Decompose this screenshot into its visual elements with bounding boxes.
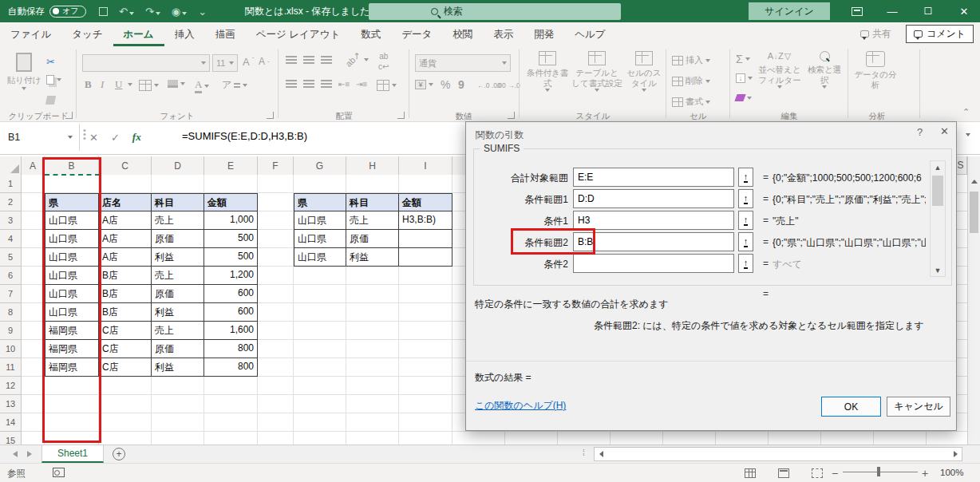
- field-input-criteria1[interactable]: [573, 211, 734, 230]
- cell-I1[interactable]: [399, 175, 452, 193]
- italic-button[interactable]: I: [101, 78, 104, 91]
- decrease-font-button[interactable]: Aˇ: [259, 56, 270, 67]
- row-header-8[interactable]: 8: [0, 303, 22, 322]
- cell-styles-button[interactable]: セルのスタイル: [624, 51, 664, 92]
- cell-A9[interactable]: [22, 322, 45, 340]
- tab-home[interactable]: ホーム: [113, 22, 164, 46]
- cell-G11[interactable]: [294, 358, 346, 377]
- ok-button[interactable]: OK: [821, 397, 881, 417]
- tab-file[interactable]: ファイル: [0, 22, 61, 46]
- row-header-7[interactable]: 7: [0, 285, 22, 303]
- delete-cells-button[interactable]: 削除: [672, 75, 710, 87]
- cell-I11[interactable]: [399, 358, 452, 377]
- cell-D1[interactable]: [152, 175, 204, 193]
- cell-H5[interactable]: 利益: [346, 248, 399, 267]
- cell-D3[interactable]: 売上: [152, 211, 204, 230]
- cell-G7[interactable]: [294, 285, 346, 303]
- scroll-left-icon[interactable]: [595, 448, 607, 460]
- comma-style-button[interactable]: 9: [458, 78, 464, 91]
- cell-E7[interactable]: 600: [204, 285, 258, 303]
- cell-A8[interactable]: [22, 303, 45, 322]
- cell-E2[interactable]: 金額: [204, 193, 258, 211]
- cell-D15[interactable]: [152, 432, 204, 444]
- cut-button[interactable]: ✂: [46, 56, 55, 68]
- font-color-button[interactable]: A: [195, 78, 209, 93]
- cell-H8[interactable]: [346, 303, 399, 322]
- tab-scrollbar-splitter[interactable]: ⁞: [583, 448, 586, 457]
- column-header-C[interactable]: C: [99, 156, 152, 175]
- qat-overflow-icon[interactable]: ⌄: [198, 6, 207, 17]
- dialog-help-icon[interactable]: ?: [917, 126, 923, 138]
- align-top-icon[interactable]: [286, 54, 297, 65]
- cell-I4[interactable]: [399, 230, 452, 248]
- cell-C4[interactable]: A店: [99, 230, 152, 248]
- cell-E8[interactable]: 600: [204, 303, 258, 322]
- cell-H4[interactable]: 原価: [346, 230, 399, 248]
- underline-chevron[interactable]: [128, 83, 132, 86]
- cell-F6[interactable]: [258, 267, 294, 285]
- orientation-button[interactable]: ab↗: [345, 54, 369, 65]
- tab-review[interactable]: 校閲: [442, 22, 483, 46]
- cell-H3[interactable]: 売上: [346, 211, 399, 230]
- row-header-11[interactable]: 11: [0, 358, 22, 377]
- cell-A5[interactable]: [22, 248, 45, 267]
- row-header-15[interactable]: 15: [0, 432, 22, 444]
- tab-help[interactable]: ヘルプ: [564, 22, 615, 46]
- autosave-toggle[interactable]: 自動保存 オフ: [8, 6, 86, 18]
- vertical-align-buttons[interactable]: [286, 54, 332, 65]
- find-select-button[interactable]: 検索と選択: [804, 51, 844, 89]
- cell-H1[interactable]: [346, 175, 399, 193]
- search-input[interactable]: 検索: [369, 3, 621, 20]
- row-header-12[interactable]: 12: [0, 377, 22, 395]
- cell-I15[interactable]: [399, 432, 452, 444]
- zoom-slider-handle[interactable]: [877, 467, 880, 476]
- vertical-scrollbar[interactable]: [967, 156, 980, 444]
- copy-button[interactable]: [46, 75, 61, 85]
- minimize-button[interactable]: —: [876, 0, 908, 22]
- zoom-slider-track[interactable]: [843, 472, 918, 472]
- alignment-dialog-launcher-icon[interactable]: [397, 112, 405, 119]
- phonetic-guide-button[interactable]: ア: [222, 78, 247, 92]
- number-format-combo[interactable]: 通貨: [415, 54, 511, 72]
- cell-E5[interactable]: 500: [204, 248, 258, 267]
- clipboard-dialog-launcher-icon[interactable]: [65, 112, 73, 119]
- cell-A13[interactable]: [22, 395, 45, 413]
- bold-button[interactable]: B: [85, 78, 92, 91]
- font-name-combo[interactable]: [82, 54, 210, 72]
- cell-A6[interactable]: [22, 267, 45, 285]
- horizontal-align-buttons[interactable]: ⇤≡ ⇥≡: [286, 78, 367, 89]
- scroll-down-icon[interactable]: ▼: [931, 264, 945, 276]
- cancel-entry-button[interactable]: ✕: [89, 132, 98, 144]
- cell-I5[interactable]: [399, 248, 452, 267]
- font-size-combo[interactable]: 11: [212, 54, 238, 72]
- enter-entry-button[interactable]: ✓: [111, 132, 120, 144]
- cell-A1[interactable]: [22, 175, 45, 193]
- column-header-I[interactable]: I: [399, 156, 452, 175]
- align-center-icon[interactable]: [303, 78, 314, 89]
- redo-icon[interactable]: ↷: [145, 6, 160, 17]
- cell-A2[interactable]: [22, 193, 45, 211]
- paste-button[interactable]: 貼り付け: [6, 53, 41, 90]
- normal-view-icon[interactable]: [745, 468, 756, 478]
- insert-function-button[interactable]: fx: [132, 131, 141, 144]
- sign-in-button[interactable]: サインイン: [749, 2, 830, 20]
- cell-D7[interactable]: 原価: [152, 285, 204, 303]
- row-header-3[interactable]: 3: [0, 211, 22, 230]
- row-header-14[interactable]: 14: [0, 413, 22, 432]
- cell-C11[interactable]: C店: [99, 358, 152, 377]
- cell-H2[interactable]: 科目: [346, 193, 399, 211]
- align-bottom-icon[interactable]: [321, 54, 332, 65]
- collapse-dialog-button[interactable]: ↑: [738, 232, 753, 251]
- cell-A12[interactable]: [22, 377, 45, 395]
- collapse-dialog-button[interactable]: ↑: [738, 254, 753, 273]
- merge-center-button[interactable]: [377, 80, 397, 91]
- wrap-text-button[interactable]: abc↩: [378, 53, 389, 71]
- cell-C15[interactable]: [99, 432, 152, 444]
- tab-data[interactable]: データ: [391, 22, 442, 46]
- cell-F15[interactable]: [258, 432, 294, 444]
- close-button[interactable]: ✕: [948, 0, 980, 22]
- select-all-button[interactable]: [0, 156, 22, 175]
- cell-G10[interactable]: [294, 340, 346, 358]
- cell-G4[interactable]: 山口県: [294, 230, 346, 248]
- tab-page-layout[interactable]: ページ レイアウト: [246, 22, 351, 46]
